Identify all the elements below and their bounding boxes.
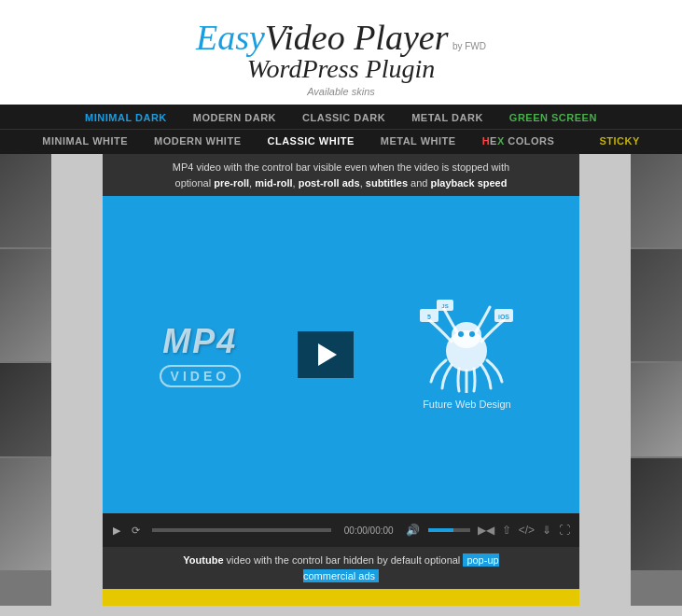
volume-button[interactable]: 🔊	[403, 522, 423, 539]
octopus-svg: 5 iOS JS	[411, 300, 522, 393]
logo-easy: Easy	[196, 18, 265, 57]
info-playback: playback speed	[431, 177, 508, 189]
fwd-octopus: 5 iOS JS	[411, 300, 522, 393]
volume-bar[interactable]	[428, 528, 470, 532]
time-display: 00:00/00:00	[341, 525, 397, 536]
nav-row-bottom: MINIMAL WHITE MODERN WHITE CLASSIC WHITE…	[0, 130, 682, 154]
collage-block	[0, 154, 51, 247]
bottom-youtube: Youtube	[183, 554, 223, 566]
collage-block	[631, 154, 682, 247]
nav-bar: MINIMAL DARK MODERN DARK CLASSIC DARK ME…	[0, 105, 682, 154]
nav-metal-white[interactable]: METAL WHITE	[368, 133, 469, 148]
collage-block	[631, 249, 682, 361]
svg-point-8	[458, 331, 464, 337]
nav-metal-dark[interactable]: METAL DARK	[398, 110, 496, 125]
bottom-text: video with the control bar hidden by def…	[224, 554, 464, 566]
logo-title: EasyVideo Player by FWD	[196, 17, 486, 58]
player-content: MP4 VIDEO	[103, 262, 579, 447]
video-text: VIDEO	[160, 365, 242, 387]
svg-point-9	[469, 331, 475, 337]
ctrl-play-button[interactable]: ▶	[110, 523, 123, 539]
fullscreen-button[interactable]: ⛶	[557, 524, 572, 537]
svg-text:JS: JS	[442, 303, 449, 309]
right-collage-panel	[631, 154, 682, 606]
share-button[interactable]: ⇧	[500, 524, 513, 537]
bottom-strip	[103, 589, 579, 606]
svg-point-1	[452, 322, 481, 348]
info-midroll: mid-roll	[255, 177, 292, 189]
collage-block	[631, 458, 682, 570]
main-wrapper: EasyVideo Player by FWD WordPress Plugin…	[0, 0, 682, 606]
control-icons: ▶◀ ⇧ </> ⇓ ⛶	[476, 524, 572, 537]
logo-by-fwd: by FWD	[452, 41, 486, 51]
fwd-caption: Future Web Design	[423, 399, 511, 410]
bottom-info-bar: Youtube video with the control bar hidde…	[103, 547, 579, 589]
nav-classic-white[interactable]: CLASSIC WHITE	[254, 133, 367, 148]
subtitles-button[interactable]: ▶◀	[476, 524, 496, 537]
nav-modern-white[interactable]: MODERN WHITE	[141, 133, 254, 148]
info-preroll: pre-roll	[214, 177, 249, 189]
control-bar: ▶ ⟳ 00:00/00:00 🔊	[103, 513, 579, 547]
nav-minimal-white[interactable]: MINIMAL WHITE	[29, 133, 141, 148]
nav-classic-dark[interactable]: CLASSIC DARK	[289, 110, 398, 125]
logo-area: EasyVideo Player by FWD WordPress Plugin	[9, 17, 673, 84]
download-button[interactable]: ⇓	[540, 524, 553, 537]
progress-bar[interactable]	[152, 528, 331, 532]
svg-text:iOS: iOS	[498, 314, 509, 320]
code-button[interactable]: </>	[517, 524, 536, 537]
info-subtitles: subtitles	[366, 177, 408, 189]
nav-modern-dark[interactable]: MODERN DARK	[180, 110, 289, 125]
left-collage-panel	[0, 154, 51, 606]
hex-rest: COLORS	[505, 135, 555, 147]
content-with-sides: MP4 video with the control bar visible e…	[0, 154, 682, 606]
play-triangle-icon	[318, 343, 337, 366]
logo-video-player: Video Player	[265, 18, 449, 57]
collage-block	[0, 249, 51, 361]
nav-minimal-dark[interactable]: MINIMAL DARK	[72, 110, 180, 125]
center-panel: MP4 video with the control bar visible e…	[51, 154, 631, 606]
hex-e: E	[490, 135, 497, 147]
collage-block	[631, 363, 682, 456]
hex-h: H	[482, 135, 490, 147]
mp4-text: MP4	[162, 322, 237, 361]
collage-block	[0, 458, 51, 570]
nav-row-top: MINIMAL DARK MODERN DARK CLASSIC DARK ME…	[0, 105, 682, 130]
header: EasyVideo Player by FWD WordPress Plugin…	[0, 0, 682, 105]
ctrl-replay-button[interactable]: ⟳	[129, 523, 143, 539]
player-inner: MP4 VIDEO	[103, 196, 579, 513]
info-postroll: post-roll ads	[299, 177, 360, 189]
volume-fill	[428, 528, 453, 532]
logo-wordpress: WordPress Plugin	[247, 54, 435, 84]
fwd-logo: 5 iOS JS Future Web Des	[411, 300, 522, 410]
collage-block	[0, 363, 51, 456]
nav-sticky[interactable]: STICKY	[586, 133, 652, 148]
mp4-logo: MP4 VIDEO	[160, 322, 242, 387]
nav-hex-colors[interactable]: HEX COLORS	[469, 133, 568, 148]
nav-green-screen[interactable]: GREEN SCREEN	[496, 110, 610, 125]
play-button[interactable]	[298, 331, 354, 378]
hex-c: X	[497, 135, 505, 147]
available-skins-label: Available skins	[9, 86, 673, 97]
info-bar-top: MP4 video with the control bar visible e…	[103, 154, 579, 196]
svg-text:5: 5	[427, 314, 431, 320]
video-player-container: MP4 VIDEO	[103, 196, 579, 547]
